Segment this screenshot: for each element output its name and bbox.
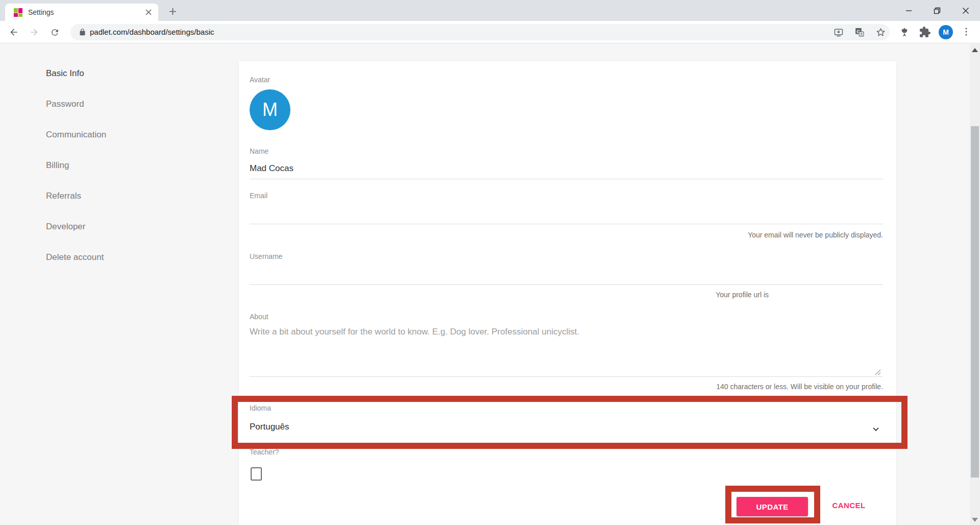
extensions-puzzle-icon[interactable] (919, 26, 931, 38)
download-page-icon[interactable] (834, 27, 844, 37)
sidebar-item-basic-info[interactable]: Basic Info (46, 68, 84, 79)
email-input[interactable] (250, 208, 883, 224)
reload-icon[interactable] (47, 25, 62, 40)
idioma-label: Idioma (250, 404, 271, 412)
back-icon[interactable] (6, 25, 21, 40)
browser-toolbar: padlet.com/dashboard/settings/basic G M (0, 21, 980, 43)
browser-window: Settings (0, 0, 980, 525)
new-tab-button[interactable] (165, 4, 180, 18)
translate-icon[interactable]: G (854, 27, 865, 37)
tab-title: Settings (28, 8, 144, 16)
lock-icon (79, 28, 86, 36)
tab-settings[interactable]: Settings (5, 4, 158, 21)
close-icon[interactable] (951, 0, 980, 21)
username-helper-text: Your profile url is (716, 291, 769, 299)
about-label: About (250, 313, 268, 321)
email-helper-text: Your email will never be publicly displa… (748, 231, 883, 239)
update-button[interactable]: UPDATE (737, 497, 808, 516)
restore-icon[interactable] (923, 0, 951, 21)
basic-info-form-card: Avatar M Name Email Your email will neve… (239, 61, 896, 525)
textarea-resize-handle[interactable] (874, 368, 881, 375)
menu-dots-icon[interactable] (961, 26, 972, 37)
url-text: padlet.com/dashboard/settings/basic (90, 28, 214, 36)
sidebar-item-referrals[interactable]: Referrals (46, 191, 81, 201)
teacher-checkbox[interactable] (251, 467, 262, 481)
cancel-button[interactable]: CANCEL (821, 501, 877, 510)
minimize-icon[interactable] (894, 0, 923, 21)
scrollbar-down-arrow-icon[interactable] (972, 518, 978, 522)
tab-close-icon[interactable] (144, 8, 153, 17)
sidebar-item-billing[interactable]: Billing (46, 160, 69, 171)
scrollbar-track[interactable] (970, 44, 980, 525)
teacher-label: Teacher? (250, 448, 279, 456)
padlet-favicon (14, 8, 22, 17)
forward-icon[interactable] (27, 25, 42, 40)
profile-avatar[interactable]: M (250, 89, 290, 130)
avatar-label: Avatar (250, 76, 270, 84)
scrollbar-up-arrow-icon[interactable] (972, 48, 978, 52)
tulip-extension-icon[interactable] (898, 26, 911, 38)
address-bar[interactable]: padlet.com/dashboard/settings/basic G (70, 24, 890, 40)
chevron-down-icon (871, 424, 881, 434)
idioma-select[interactable]: Português (250, 419, 883, 445)
about-textarea[interactable] (250, 326, 883, 377)
browser-profile-avatar[interactable]: M (939, 25, 953, 39)
username-input[interactable] (250, 269, 883, 285)
bookmark-star-icon[interactable] (875, 27, 886, 38)
about-helper-text: 140 characters or less. Will be visible … (716, 383, 883, 391)
email-label: Email (250, 192, 267, 200)
username-label: Username (250, 252, 283, 260)
window-controls (894, 0, 980, 21)
idioma-selected-value: Português (250, 422, 289, 432)
scrollbar-thumb[interactable] (971, 126, 979, 478)
titlebar: Settings (0, 0, 980, 21)
sidebar-item-delete-account[interactable]: Delete account (46, 252, 104, 262)
sidebar-item-communication[interactable]: Communication (46, 130, 106, 140)
sidebar-item-password[interactable]: Password (46, 99, 84, 109)
sidebar-item-developer[interactable]: Developer (46, 222, 86, 232)
name-label: Name (250, 147, 268, 155)
name-input[interactable] (250, 163, 883, 179)
